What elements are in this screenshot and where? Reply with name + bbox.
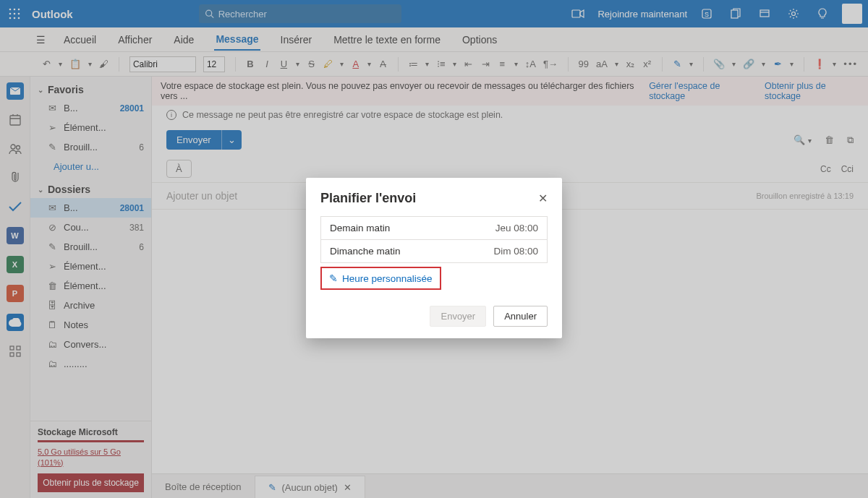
schedule-option-tomorrow[interactable]: Demain matinJeu 08:00: [320, 216, 548, 240]
pencil-icon: ✎: [329, 272, 338, 284]
dialog-send-button: Envoyer: [430, 306, 486, 327]
schedule-option-sunday[interactable]: Dimanche matinDim 08:00: [320, 239, 548, 263]
dialog-title: Planifier l'envoi: [320, 191, 416, 206]
schedule-send-dialog: Planifier l'envoi ✕ Demain matinJeu 08:0…: [306, 178, 562, 338]
dialog-cancel-button[interactable]: Annuler: [493, 306, 548, 327]
custom-time-link[interactable]: ✎ Heure personnalisée: [320, 267, 441, 290]
modal-overlay: Planifier l'envoi ✕ Demain matinJeu 08:0…: [0, 0, 868, 498]
close-dialog-icon[interactable]: ✕: [538, 192, 548, 205]
